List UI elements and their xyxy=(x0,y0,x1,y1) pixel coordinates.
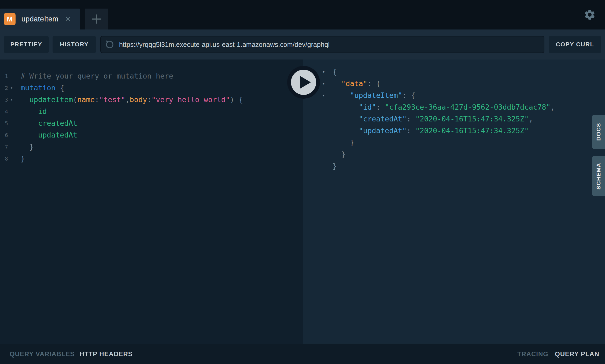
response-pane: ▾{▾ "data": {▾ "updateItem": { "id": "cf… xyxy=(303,60,605,344)
code-token: } xyxy=(333,162,337,170)
reload-icon[interactable] xyxy=(105,39,115,50)
code-token: , xyxy=(125,95,130,104)
code-token: mutation xyxy=(21,84,56,92)
bottom-bar-left: QUERY VARIABLES HTTP HEADERS xyxy=(10,350,133,358)
code-token: } xyxy=(333,150,346,158)
endpoint-url-box xyxy=(100,36,544,53)
history-button[interactable]: HISTORY xyxy=(53,36,96,53)
response-line: ▾ "data": { xyxy=(303,78,605,90)
code-token: } xyxy=(21,143,34,151)
line-number: 7 xyxy=(0,141,8,153)
query-variables-tab[interactable]: QUERY VARIABLES xyxy=(10,350,75,358)
response-line: } xyxy=(303,137,605,148)
code-token: "test" xyxy=(99,95,126,104)
fold-spacer xyxy=(8,117,15,129)
line-number: 2 xyxy=(0,82,8,94)
response-line: "createdAt": "2020-04-16T15:47:34.325Z", xyxy=(303,113,605,125)
code-token: ) { xyxy=(230,95,243,104)
editor-code-text: # Write your query or mutation here xyxy=(21,70,173,82)
tracing-tab[interactable]: TRACING xyxy=(517,350,548,358)
close-tab-icon[interactable]: ✕ xyxy=(65,16,71,23)
editor-line[interactable]: 1# Write your query or mutation here xyxy=(0,70,303,82)
new-tab-button[interactable] xyxy=(85,9,108,29)
code-token xyxy=(333,91,350,99)
fold-spacer xyxy=(322,137,333,148)
editor-line[interactable]: 8} xyxy=(0,153,303,165)
fold-spacer xyxy=(322,148,333,160)
endpoint-url-input[interactable] xyxy=(119,40,540,49)
code-token: : { xyxy=(402,91,415,99)
graphql-playground-window: M updateItem ✕ PRETTIFY HISTORY COPY xyxy=(0,0,605,364)
schema-sidebar-tab[interactable]: SCHEMA xyxy=(592,156,605,196)
response-code-text: { xyxy=(333,66,337,78)
code-token xyxy=(21,131,38,139)
code-token: body xyxy=(130,95,147,104)
tab-bar: M updateItem ✕ xyxy=(0,0,605,29)
mutation-badge: M xyxy=(4,13,16,25)
line-number: 5 xyxy=(0,117,8,129)
code-token: { xyxy=(56,84,64,92)
settings-button[interactable] xyxy=(584,9,596,21)
response-line: ▾ "updateItem": { xyxy=(303,90,605,101)
code-token: } xyxy=(333,138,354,147)
code-token xyxy=(333,127,359,135)
code-token: : xyxy=(147,95,151,104)
fold-arrow-icon[interactable]: ▾ xyxy=(322,66,333,78)
execute-query-button[interactable] xyxy=(287,66,320,99)
query-editor-pane[interactable]: 1# Write your query or mutation here2▾mu… xyxy=(0,60,303,344)
response-json: ▾{▾ "data": {▾ "updateItem": { "id": "cf… xyxy=(303,66,605,172)
fold-spacer xyxy=(322,160,333,172)
prettify-button[interactable]: PRETTIFY xyxy=(4,36,49,53)
fold-arrow-icon[interactable]: ▾ xyxy=(322,90,333,101)
code-token: : xyxy=(407,127,415,135)
tab-updateitem[interactable]: M updateItem ✕ xyxy=(0,9,80,29)
response-code-text: "updatedAt": "2020-04-16T15:47:34.325Z" xyxy=(333,125,529,137)
editor-line[interactable]: 4 id xyxy=(0,106,303,117)
code-token: "very hello world" xyxy=(152,95,230,104)
docs-sidebar-tab[interactable]: DOCS xyxy=(592,115,605,149)
fold-spacer xyxy=(322,125,333,137)
query-plan-tab[interactable]: QUERY PLAN xyxy=(555,350,599,358)
code-token xyxy=(333,115,359,123)
editor-code-text: } xyxy=(21,153,25,165)
code-token: updateItem xyxy=(29,95,73,104)
editor-line[interactable]: 2▾mutation { xyxy=(0,82,303,94)
fold-arrow-icon[interactable]: ▾ xyxy=(8,82,15,94)
code-token xyxy=(21,119,38,127)
fold-spacer xyxy=(322,101,333,113)
response-code-text: "id": "cfa293ce-36aa-427d-9562-03ddb7dca… xyxy=(333,101,555,113)
editor-code-text: createdAt xyxy=(21,117,77,129)
gear-icon xyxy=(584,9,596,21)
copy-curl-button[interactable]: COPY CURL xyxy=(549,36,601,53)
code-token: : xyxy=(376,103,385,111)
code-token: "createdAt" xyxy=(359,115,407,123)
line-number: 4 xyxy=(0,106,8,117)
http-headers-tab[interactable]: HTTP HEADERS xyxy=(80,350,133,358)
response-code-text: } xyxy=(333,148,346,160)
code-token: "2020-04-16T15:47:34.325Z" xyxy=(415,127,529,135)
response-code-text: } xyxy=(333,137,354,148)
code-token: "id" xyxy=(359,103,376,111)
editor-line[interactable]: 7 } xyxy=(0,141,303,153)
fold-arrow-icon[interactable]: ▾ xyxy=(322,78,333,90)
code-token xyxy=(21,107,38,116)
code-token: createdAt xyxy=(38,119,77,127)
response-code-text: } xyxy=(333,160,337,172)
fold-spacer xyxy=(8,106,15,117)
bottom-bar: QUERY VARIABLES HTTP HEADERS TRACING QUE… xyxy=(0,344,605,364)
editor-line[interactable]: 3▾ updateItem(name:"test",body:"very hel… xyxy=(0,94,303,106)
response-code-text: "data": { xyxy=(333,78,381,90)
editor-line[interactable]: 5 createdAt xyxy=(0,117,303,129)
line-number: 6 xyxy=(0,129,8,141)
response-line: } xyxy=(303,160,605,172)
response-line: } xyxy=(303,148,605,160)
fold-spacer xyxy=(8,129,15,141)
editor-line[interactable]: 6 updatedAt xyxy=(0,129,303,141)
fold-spacer xyxy=(8,153,15,165)
tab-title: updateItem xyxy=(21,15,58,23)
bottom-bar-right: TRACING QUERY PLAN xyxy=(517,350,599,358)
code-token: "data" xyxy=(341,79,368,88)
code-token: ( xyxy=(73,95,77,104)
code-token: "2020-04-16T15:47:34.325Z" xyxy=(415,115,529,123)
fold-arrow-icon[interactable]: ▾ xyxy=(8,94,15,106)
